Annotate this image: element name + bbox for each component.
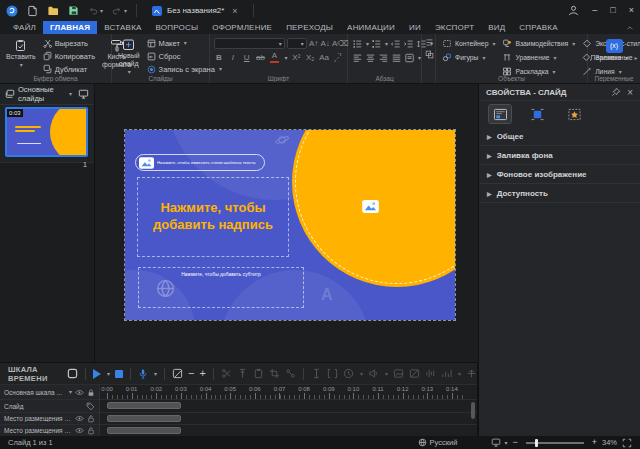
subscript-button[interactable]: X₂ xyxy=(305,54,315,62)
zoom-out-button[interactable]: − xyxy=(512,438,517,447)
open-file-button[interactable] xyxy=(47,5,59,16)
shapes-button[interactable]: Фигуры▾ xyxy=(440,51,497,64)
account-icon[interactable] xyxy=(568,5,579,16)
bold-button[interactable]: B xyxy=(214,54,224,62)
variables-button[interactable]: (x) Переменные▸ xyxy=(589,37,640,62)
equation-button[interactable]: Уравнение▾ xyxy=(500,51,577,64)
slide-thumbnail[interactable]: 0:03 xyxy=(5,107,88,157)
paste-button[interactable]: Вставить ▾ xyxy=(4,37,38,68)
section-background-image[interactable]: ▶Фоновое изображение xyxy=(479,165,640,184)
menu-tab-design[interactable]: ОФОРМЛЕНИЕ xyxy=(205,21,279,34)
increase-indent-icon[interactable] xyxy=(403,38,414,49)
duplicate-button[interactable]: Дубликат xyxy=(41,63,97,75)
superscript-button[interactable]: X² xyxy=(291,54,301,62)
trim-end-icon[interactable] xyxy=(327,368,338,379)
copy-button[interactable]: Копировать xyxy=(41,50,97,62)
numbered-list-icon[interactable] xyxy=(371,38,382,49)
decrease-font-icon[interactable]: A↓ xyxy=(320,40,330,48)
levels-icon[interactable] xyxy=(441,368,452,379)
redo-dropdown[interactable]: ▾ xyxy=(124,8,127,14)
volume-icon[interactable] xyxy=(368,368,379,379)
slide-clip[interactable] xyxy=(107,402,181,409)
slides-panel-dropdown[interactable]: ▾ xyxy=(69,91,72,97)
menu-tab-file[interactable]: ФАЙЛ xyxy=(6,21,43,34)
menu-tab-ai[interactable]: ИИ xyxy=(402,21,428,34)
timeline-zoom-out-button[interactable]: − xyxy=(188,368,194,379)
section-background-fill[interactable]: ▶Заливка фона xyxy=(479,146,640,165)
tag-icon[interactable] xyxy=(86,402,95,411)
group-clips-icon[interactable] xyxy=(285,368,296,379)
zoom-slider[interactable] xyxy=(526,442,584,444)
image-placeholder-icon[interactable] xyxy=(362,200,379,213)
unlock-icon[interactable] xyxy=(87,426,95,435)
title-clip[interactable] xyxy=(107,427,181,434)
pin-panel-icon[interactable] xyxy=(611,87,621,97)
redo-button[interactable]: ▾ xyxy=(112,6,127,16)
container-button[interactable]: Контейнер▾ xyxy=(440,37,497,50)
decrease-indent-icon[interactable] xyxy=(390,38,401,49)
align-right-icon[interactable] xyxy=(378,52,389,63)
view-mode-selector[interactable]: ▾ xyxy=(491,438,507,447)
slide-canvas[interactable]: Нажмите, чтобы изменить стили шаблона те… xyxy=(95,84,478,362)
trim-start-icon[interactable] xyxy=(311,368,322,379)
menu-tab-transitions[interactable]: ПЕРЕХОДЫ xyxy=(279,21,340,34)
presentation-mode-icon[interactable] xyxy=(78,89,89,99)
font-color-dropdown[interactable]: ▾ xyxy=(284,55,287,61)
image-clip-icon[interactable] xyxy=(393,368,404,379)
record-voice-dropdown[interactable]: ▾ xyxy=(154,371,157,377)
variables-dropdown[interactable]: ▸ xyxy=(635,55,638,61)
title-placeholder[interactable]: Нажмите, чтобы добавить надпись xyxy=(137,177,289,257)
font-color-button[interactable]: А xyxy=(270,52,280,63)
bullet-list-icon[interactable] xyxy=(352,38,363,49)
layout-dropdown[interactable]: ▾ xyxy=(184,40,187,46)
save-button[interactable] xyxy=(68,5,79,16)
track-text-placeholder[interactable]: Место размещения те... xyxy=(0,413,99,425)
slides-panel-title[interactable]: Основные слайды xyxy=(18,85,65,103)
menu-tab-insert[interactable]: ВСТАВКА xyxy=(97,21,148,34)
waveform-icon[interactable] xyxy=(425,368,436,379)
undo-dropdown[interactable]: ▾ xyxy=(100,8,103,14)
split-clip-icon[interactable] xyxy=(221,368,232,379)
undo-button[interactable]: ▾ xyxy=(88,6,103,16)
document-tab[interactable]: Без названия2* × xyxy=(146,0,244,21)
font-family-select[interactable]: ▾ xyxy=(214,38,285,49)
timeline-zoom-in-button[interactable]: + xyxy=(200,368,206,379)
close-panel-icon[interactable]: × xyxy=(627,87,633,98)
cut-button[interactable]: Вырезать xyxy=(41,37,97,49)
image-off-icon[interactable] xyxy=(409,368,420,379)
align-justify-icon[interactable] xyxy=(391,52,402,63)
record-voice-icon[interactable] xyxy=(138,368,148,380)
text-clip[interactable] xyxy=(107,415,181,422)
view-mode-dropdown[interactable]: ▾ xyxy=(504,440,507,446)
paste-dropdown[interactable]: ▾ xyxy=(20,62,23,68)
menu-tab-home[interactable]: ГЛАВНАЯ xyxy=(43,21,97,34)
tab-slide-properties[interactable] xyxy=(489,105,511,123)
new-slide-button[interactable]: Новый слайд ▾ xyxy=(116,37,142,75)
template-style-hint[interactable]: Нажмите, чтобы изменить стили шаблона те… xyxy=(135,154,265,171)
font-size-select[interactable]: ▾ xyxy=(287,38,307,49)
menu-tab-help[interactable]: СПРАВКА xyxy=(512,21,564,34)
increase-font-icon[interactable]: A↑ xyxy=(309,40,319,48)
merge-shapes-icon[interactable] xyxy=(423,49,435,60)
close-window-button[interactable]: × xyxy=(629,6,634,15)
crop-icon[interactable] xyxy=(269,368,280,379)
unlock-icon[interactable] xyxy=(87,414,95,423)
link-icon[interactable] xyxy=(333,53,343,62)
clear-format-icon[interactable]: A⌫ xyxy=(332,40,343,48)
duration-icon[interactable] xyxy=(343,368,354,379)
paste-clip-icon[interactable] xyxy=(253,368,264,379)
collapse-ribbon-icon[interactable] xyxy=(626,21,634,34)
section-accessibility[interactable]: ▶Доступность xyxy=(479,184,640,203)
fit-to-window-icon[interactable] xyxy=(622,438,632,448)
close-tab-icon[interactable]: × xyxy=(232,6,237,16)
track-dropdown[interactable]: ▾ xyxy=(69,389,72,395)
stop-button[interactable] xyxy=(115,370,123,378)
text-box-align-icon[interactable] xyxy=(404,52,415,63)
menu-tab-view[interactable]: ВИД xyxy=(481,21,512,34)
transition-icon[interactable] xyxy=(466,368,477,379)
play-button[interactable] xyxy=(93,369,101,379)
new-document-button[interactable] xyxy=(27,5,38,17)
play-dropdown[interactable]: ▾ xyxy=(107,371,110,377)
text-direction-icon[interactable] xyxy=(423,37,435,48)
subtitle-placeholder[interactable]: Нажмите, чтобы добавить субтитр xyxy=(138,267,304,308)
